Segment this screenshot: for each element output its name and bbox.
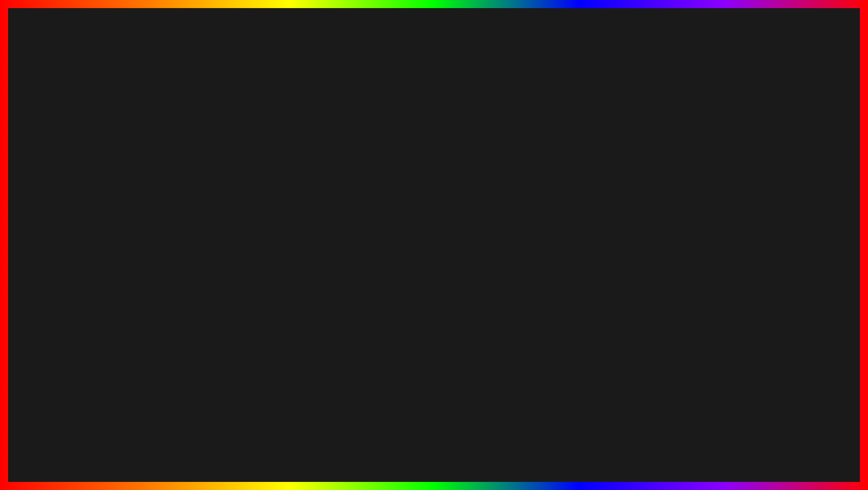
cat-pupil-right (797, 159, 804, 168)
evo-globe-icon[interactable]: 🌐 (264, 109, 272, 116)
evo-title: EVO V4 PSX (75, 110, 109, 116)
spike-l-1 (624, 361, 635, 370)
pinata-eye-l (657, 351, 675, 370)
spike-top-3 (692, 312, 702, 325)
pinata-legs (648, 429, 720, 445)
spike-top-1 (663, 312, 674, 325)
cloud-premium-item[interactable]: Premium 🔥 (100, 257, 144, 266)
milkup-server-hop-toggle[interactable] (289, 216, 303, 223)
star-3: ✦ (739, 193, 743, 199)
card-cat-container: 🎊 🎉 🎊 (758, 140, 816, 196)
cat-eye-right (793, 155, 806, 169)
evo-header: EVO V4 PSX 🔍 🌐 (70, 106, 276, 120)
cloud-boosts-item[interactable]: Boosts 💥 (100, 163, 144, 172)
evo-farming-icon: 🌾 (73, 134, 78, 139)
people-icon: 👤 (760, 227, 767, 234)
milkup-farm-pinatas-toggle[interactable] (289, 187, 303, 193)
cloud-title: Cloud hub | Psx (104, 135, 145, 141)
pinata-leg-2 (668, 429, 679, 445)
milkup-maximize-btn[interactable] (291, 159, 296, 164)
character (544, 301, 616, 409)
game-card-players: 👤 248.4K (760, 227, 786, 234)
cloud-auto-come-item[interactable]: Auto Come (100, 223, 144, 232)
evo-misc-label: Misc (80, 196, 88, 200)
cloud-spoofer-item[interactable]: Spoofer 👺 (100, 189, 144, 197)
milkup-farm-pinatas-row: Farm Piñatas (170, 185, 307, 195)
pinata-leg-4 (708, 429, 720, 445)
evo-mastery-icon: ✨ (73, 180, 78, 185)
cloud-type-label: Type (148, 169, 157, 174)
cloud-visual-item[interactable]: Visual 👁 (100, 172, 144, 180)
game-card-title: [🎉 PIÑATA] Pet Simulator X! (734, 216, 840, 224)
cloud-gui-item[interactable]: Gui 🖥 (100, 180, 144, 189)
cloud-anti-item[interactable]: Anti modern (100, 214, 144, 223)
pinata-right-spikes (759, 361, 770, 394)
bear-snout (585, 305, 593, 309)
char-bear-head (580, 299, 598, 317)
cat-pupil-left (772, 159, 779, 168)
evo-nav-normal-farm[interactable]: Normal Farm (70, 120, 109, 130)
milkup-server-hop-label: Server Hop (174, 217, 197, 222)
cloud-chest-label: Chest (148, 178, 159, 183)
evo-nav-pickups[interactable]: Pickups (179, 120, 207, 130)
milkup-tab-coins[interactable]: 🪙 - Coins (193, 168, 219, 175)
evo-spoofer-label: Spoofer (80, 173, 94, 177)
milkup-icon: 🐄 (173, 158, 179, 164)
milkup-tab-misc[interactable]: ✨ - Misc (246, 168, 270, 175)
spike-l-2 (624, 373, 635, 382)
milkup-ignore-massive-toggle[interactable] (289, 205, 303, 212)
spike-r-2 (759, 373, 770, 382)
cloud-booth-sniper-item[interactable]: Booth Sniper 🎯 (100, 240, 144, 249)
milkup-panel: 🐄 🐄 Pet Simulator X - Milk Up + Event 🪙 … (169, 155, 308, 249)
cloud-mastery-item[interactable]: Mastery ✨ (100, 197, 144, 206)
cloud-normal-btn[interactable]: Normal (148, 147, 166, 157)
cloud-pets-item[interactable]: Pets 🐾 (100, 155, 144, 163)
thumb-icon: 👍 (734, 227, 742, 234)
char-leg-r (585, 368, 597, 399)
pinata-shine-l (668, 354, 671, 357)
cloud-more-item[interactable]: More ⭐ (100, 206, 144, 214)
milkup-ignore-massive-row: Ignore Massive Piñata (170, 204, 307, 214)
cloud-header: Cloud hub | Psx (100, 131, 224, 144)
main-title: PET SIMULATOR (159, 22, 656, 95)
milkup-title-text: 🐄 Pet Simulator X - Milk Up (181, 158, 244, 164)
spike-top-4 (706, 312, 717, 325)
evo-collect-title: Collect 🌺 (249, 134, 273, 139)
pinata-body (634, 324, 760, 432)
evo-nav-fruit-farm[interactable]: Fruit Farm (145, 120, 179, 130)
spike-r-3 (759, 385, 770, 394)
milkup-tab-mach[interactable]: ⚙ - Mach (271, 168, 295, 175)
game-card-body: [🎉 PIÑATA] Pet Simulator X! 👍 92% 👤 248.… (730, 213, 844, 238)
pinata-leg-3 (688, 429, 699, 445)
spike-2: 🎉 (783, 187, 792, 196)
char-leg-l (563, 368, 576, 399)
evo-visual-label: Visual (79, 157, 89, 162)
milkup-worlds-value: Cat, Aaaaitt Ocean, Tech, Fantasy (235, 197, 296, 202)
bottom-update: UPDATE (125, 430, 283, 477)
star-4: ✦ (741, 168, 748, 178)
evo-search-icon[interactable]: 🔍 (231, 109, 238, 116)
cloud-misc-item[interactable]: Misc 💚 (100, 249, 144, 257)
char-container (544, 301, 616, 409)
evo-nav-chest-farm[interactable]: Chest Farm (109, 120, 145, 130)
cat-face (758, 140, 816, 185)
cloud-only-massive-item[interactable]: Only massive (100, 232, 144, 240)
title-container: PET SIMULATOR X (0, 22, 868, 95)
milkup-worlds-chevron[interactable]: ▲ (298, 197, 303, 202)
milkup-tab-event[interactable]: + Event (171, 168, 192, 175)
milkup-section-label: Piñatas (170, 176, 307, 185)
milkup-tab-eggs[interactable]: 🥚 - Eggs (220, 168, 246, 175)
cloud-main-item[interactable]: Main 34 (100, 146, 144, 155)
milkup-close-btn[interactable] (298, 159, 304, 164)
game-card-art: ✦ ✦ ✦ ✦ 🎊 🎉 (730, 123, 844, 213)
cloud-area-label: Area (148, 187, 157, 192)
bear-ear-r (590, 296, 595, 302)
evo-search-input[interactable] (133, 109, 205, 117)
evo-pets-icon: 🐾 (73, 142, 78, 147)
milkup-minimize-btn[interactable] (284, 159, 289, 164)
star-1: ✦ (737, 127, 744, 138)
milkup-farm-pinatas-label: Farm Piñatas (174, 187, 201, 192)
pinata-stripes (634, 324, 760, 432)
milkup-worlds-row: Worlds Cat, Aaaaitt Ocean, Tech, Fantasy… (170, 195, 307, 204)
pinata-pupil-r (725, 356, 734, 368)
